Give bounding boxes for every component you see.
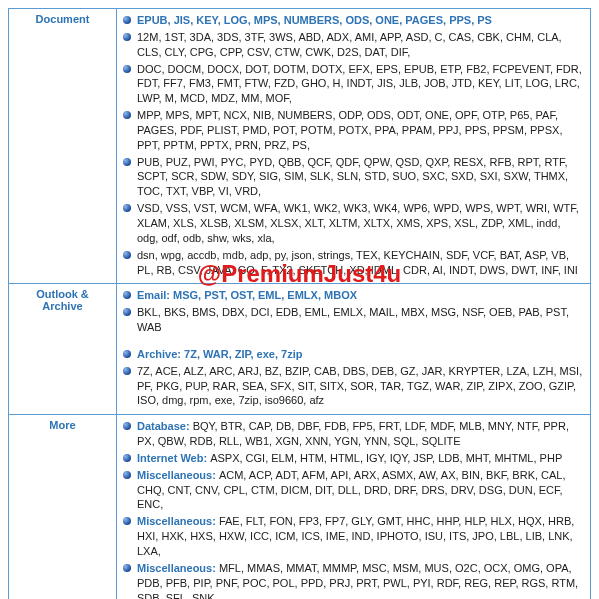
- bullet-icon: [123, 350, 131, 358]
- bullet-row: Email: MSG, PST, OST, EML, EMLX, MBOX: [123, 288, 584, 303]
- bullet-text: 12M, 1ST, 3DA, 3DS, 3TF, 3WS, ABD, ADX, …: [137, 30, 584, 60]
- bullet-row: BKL, BKS, BMS, DBX, DCI, EDB, EML, EMLX,…: [123, 305, 584, 335]
- section-label: More: [9, 415, 117, 599]
- bullet-text: dsn, wpg, accdb, mdb, adp, py, json, str…: [137, 248, 584, 278]
- item-body: dsn, wpg, accdb, mdb, adp, py, json, str…: [137, 249, 578, 276]
- bullet-row: PUB, PUZ, PWI, PYC, PYD, QBB, QCF, QDF, …: [123, 155, 584, 200]
- bullet-row: 12M, 1ST, 3DA, 3DS, 3TF, 3WS, ABD, ADX, …: [123, 30, 584, 60]
- item-heading: Internet Web:: [137, 452, 210, 464]
- bullet-text: Archive: 7Z, WAR, ZIP, exe, 7zip: [137, 347, 584, 362]
- bullet-icon: [123, 111, 131, 119]
- bullet-icon: [123, 65, 131, 73]
- bullet-row: MPP, MPS, MPT, NCX, NIB, NUMBERS, ODP, O…: [123, 108, 584, 153]
- item-body: VSD, VSS, VST, WCM, WFA, WK1, WK2, WK3, …: [137, 202, 579, 244]
- item-body: PUB, PUZ, PWI, PYC, PYD, QBB, QCF, QDF, …: [137, 156, 568, 198]
- bullet-row: EPUB, JIS, KEY, LOG, MPS, NUMBERS, ODS, …: [123, 13, 584, 28]
- bullet-icon: [123, 367, 131, 375]
- bullet-icon: [123, 422, 131, 430]
- bullet-text: EPUB, JIS, KEY, LOG, MPS, NUMBERS, ODS, …: [137, 13, 584, 28]
- bullet-icon: [123, 291, 131, 299]
- bullet-row: Database: BQY, BTR, CAP, DB, DBF, FDB, F…: [123, 419, 584, 449]
- bullet-icon: [123, 251, 131, 259]
- bullet-row: dsn, wpg, accdb, mdb, adp, py, json, str…: [123, 248, 584, 278]
- item-heading: Archive: 7Z, WAR, ZIP, exe, 7zip: [137, 348, 302, 360]
- bullet-icon: [123, 471, 131, 479]
- item-heading: Email: MSG, PST, OST, EML, EMLX, MBOX: [137, 289, 357, 301]
- bullet-text: Database: BQY, BTR, CAP, DB, DBF, FDB, F…: [137, 419, 584, 449]
- bullet-row: 7Z, ACE, ALZ, ARC, ARJ, BZ, BZIP, CAB, D…: [123, 364, 584, 409]
- section-label: Document: [9, 9, 117, 284]
- item-body: 7Z, ACE, ALZ, ARC, ARJ, BZ, BZIP, CAB, D…: [137, 365, 582, 407]
- item-body: BKL, BKS, BMS, DBX, DCI, EDB, EML, EMLX,…: [137, 306, 569, 333]
- bullet-row: Miscellaneous: MFL, MMAS, MMAT, MMMP, MS…: [123, 561, 584, 599]
- section-content: Database: BQY, BTR, CAP, DB, DBF, FDB, F…: [117, 415, 591, 599]
- section-content: Email: MSG, PST, OST, EML, EMLX, MBOXBKL…: [117, 284, 591, 415]
- bullet-row: Internet Web: ASPX, CGI, ELM, HTM, HTML,…: [123, 451, 584, 466]
- item-heading: Miscellaneous:: [137, 469, 219, 481]
- bullet-icon: [123, 204, 131, 212]
- bullet-icon: [123, 158, 131, 166]
- bullet-icon: [123, 308, 131, 316]
- item-body: BQY, BTR, CAP, DB, DBF, FDB, FP5, FRT, L…: [137, 420, 569, 447]
- bullet-row: DOC, DOCM, DOCX, DOT, DOTM, DOTX, EFX, E…: [123, 62, 584, 107]
- bullet-text: 7Z, ACE, ALZ, ARC, ARJ, BZ, BZIP, CAB, D…: [137, 364, 584, 409]
- bullet-row: Archive: 7Z, WAR, ZIP, exe, 7zip: [123, 347, 584, 362]
- bullet-row: Miscellaneous: FAE, FLT, FON, FP3, FP7, …: [123, 514, 584, 559]
- item-heading: EPUB, JIS, KEY, LOG, MPS, NUMBERS, ODS, …: [137, 14, 492, 26]
- section-label: Outlook & Archive: [9, 284, 117, 415]
- bullet-icon: [123, 517, 131, 525]
- item-body: ASPX, CGI, ELM, HTM, HTML, IGY, IQY, JSP…: [210, 452, 562, 464]
- item-heading: Database:: [137, 420, 193, 432]
- item-heading: Miscellaneous:: [137, 562, 219, 574]
- bullet-icon: [123, 454, 131, 462]
- item-body: 12M, 1ST, 3DA, 3DS, 3TF, 3WS, ABD, ADX, …: [137, 31, 562, 58]
- bullet-row: VSD, VSS, VST, WCM, WFA, WK1, WK2, WK3, …: [123, 201, 584, 246]
- bullet-icon: [123, 16, 131, 24]
- bullet-text: Miscellaneous: MFL, MMAS, MMAT, MMMP, MS…: [137, 561, 584, 599]
- item-heading: Miscellaneous:: [137, 515, 219, 527]
- bullet-icon: [123, 33, 131, 41]
- bullet-text: Email: MSG, PST, OST, EML, EMLX, MBOX: [137, 288, 584, 303]
- bullet-text: BKL, BKS, BMS, DBX, DCI, EDB, EML, EMLX,…: [137, 305, 584, 335]
- bullet-text: Miscellaneous: ACM, ACP, ADT, AFM, API, …: [137, 468, 584, 513]
- item-body: MPP, MPS, MPT, NCX, NIB, NUMBERS, ODP, O…: [137, 109, 562, 151]
- bullet-text: VSD, VSS, VST, WCM, WFA, WK1, WK2, WK3, …: [137, 201, 584, 246]
- bullet-text: PUB, PUZ, PWI, PYC, PYD, QBB, QCF, QDF, …: [137, 155, 584, 200]
- bullet-row: Miscellaneous: ACM, ACP, ADT, AFM, API, …: [123, 468, 584, 513]
- bullet-text: DOC, DOCM, DOCX, DOT, DOTM, DOTX, EFX, E…: [137, 62, 584, 107]
- bullet-text: Miscellaneous: FAE, FLT, FON, FP3, FP7, …: [137, 514, 584, 559]
- item-body: DOC, DOCM, DOCX, DOT, DOTM, DOTX, EFX, E…: [137, 63, 582, 105]
- bullet-text: MPP, MPS, MPT, NCX, NIB, NUMBERS, ODP, O…: [137, 108, 584, 153]
- bullet-icon: [123, 564, 131, 572]
- bullet-text: Internet Web: ASPX, CGI, ELM, HTM, HTML,…: [137, 451, 584, 466]
- section-content: EPUB, JIS, KEY, LOG, MPS, NUMBERS, ODS, …: [117, 9, 591, 284]
- formats-table: DocumentEPUB, JIS, KEY, LOG, MPS, NUMBER…: [8, 8, 591, 599]
